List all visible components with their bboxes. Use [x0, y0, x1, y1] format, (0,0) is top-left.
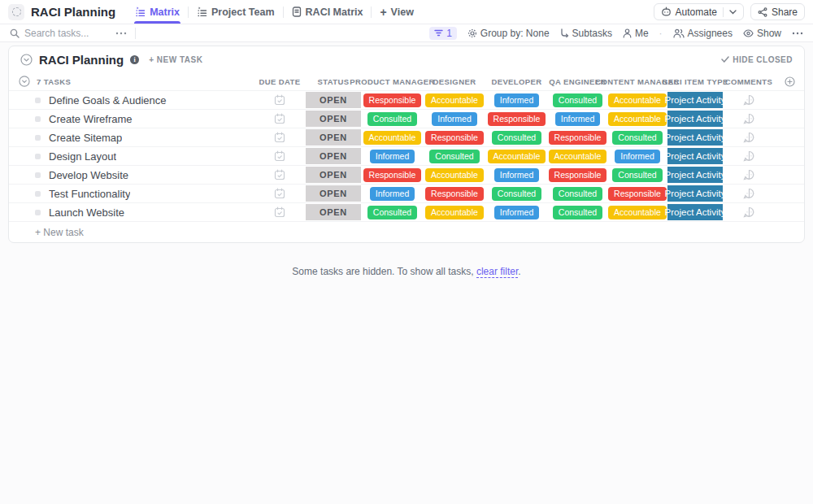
raci-badge[interactable]: Consulted [367, 112, 417, 126]
designer-cell[interactable]: Consulted [424, 147, 485, 165]
content-manager-cell[interactable]: Accountable [607, 110, 667, 128]
raci-badge[interactable]: Informed [370, 187, 415, 201]
raci-item-type-cell[interactable]: Project Activity [667, 185, 723, 202]
task-cell[interactable]: Create Wireframe [9, 110, 254, 128]
collapse-chevron-icon[interactable] [19, 76, 30, 87]
comments-cell[interactable] [723, 128, 775, 146]
table-row[interactable]: Design Layout OPEN Informed Consulted Ac… [9, 146, 804, 165]
task-cell[interactable]: Test Functionality [9, 185, 254, 202]
status-cell[interactable]: OPEN [306, 203, 361, 221]
product-manager-cell[interactable]: Responsible [361, 166, 424, 184]
designer-cell[interactable]: Responsible [424, 128, 485, 146]
column-header-developer[interactable]: DEVELOPER [485, 72, 548, 90]
collapse-chevron-icon[interactable] [20, 54, 33, 66]
product-manager-cell[interactable]: Accountable [361, 128, 424, 146]
task-status-square-icon[interactable] [35, 172, 41, 178]
due-date-cell[interactable] [254, 110, 306, 128]
task-status-square-icon[interactable] [35, 210, 41, 215]
raci-item-type-cell[interactable]: Project Activity [667, 110, 723, 128]
qa-engineer-cell[interactable]: Consulted [548, 185, 607, 202]
add-column-button[interactable] [775, 72, 804, 90]
qa-engineer-cell[interactable]: Responsible [548, 128, 607, 146]
raci-item-type-cell[interactable]: Project Activity [667, 166, 723, 184]
qa-engineer-cell[interactable]: Consulted [548, 203, 607, 221]
content-manager-cell[interactable]: Accountable [607, 203, 667, 221]
automate-button[interactable]: Automate [654, 3, 744, 20]
raci-badge[interactable]: Consulted [553, 93, 602, 107]
qa-engineer-cell[interactable]: Informed [548, 110, 607, 128]
show-button[interactable]: Show [743, 28, 781, 39]
column-header-raci-item-type[interactable]: RACI ITEM TYPE [667, 72, 723, 90]
search-input[interactable] [24, 28, 98, 39]
task-name[interactable]: Create Wireframe [49, 113, 133, 125]
raci-badge[interactable]: Informed [494, 206, 539, 219]
raci-item-type-cell[interactable]: Project Activity [667, 128, 723, 146]
new-task-button[interactable]: + NEW TASK [149, 55, 202, 64]
tab-matrix[interactable]: Matrix [127, 0, 188, 24]
content-manager-cell[interactable]: Consulted [607, 166, 667, 184]
raci-item-type-cell[interactable]: Project Activity [667, 203, 723, 221]
raci-badge[interactable]: Consulted [612, 131, 662, 145]
task-name[interactable]: Create Sitemap [49, 132, 122, 144]
share-button[interactable]: Share [750, 3, 805, 20]
add-task-row[interactable]: + New task [9, 221, 804, 242]
comments-cell[interactable] [723, 185, 775, 202]
content-manager-cell[interactable]: Accountable [607, 91, 667, 109]
status-cell[interactable]: OPEN [306, 128, 361, 146]
column-header-product-manager[interactable]: PRODUCT MANAGER [361, 72, 424, 90]
subtasks-button[interactable]: Subtasks [560, 28, 612, 39]
raci-badge[interactable]: Accountable [608, 206, 667, 219]
raci-badge[interactable]: Accountable [549, 150, 607, 163]
raci-badge[interactable]: Accountable [363, 131, 422, 145]
raci-badge[interactable]: Consulted [367, 206, 417, 219]
raci-badge[interactable]: Responsible [425, 187, 484, 201]
raci-badge[interactable]: Responsible [363, 93, 422, 107]
task-status-square-icon[interactable] [35, 135, 41, 141]
task-cell[interactable]: Design Layout [9, 147, 254, 165]
designer-cell[interactable]: Informed [424, 110, 485, 128]
comments-cell[interactable] [723, 203, 775, 221]
comment-bubble-icon[interactable] [743, 132, 755, 143]
column-header-designer[interactable]: DESIGNER [424, 72, 485, 90]
search-box[interactable] [10, 28, 107, 39]
developer-cell[interactable]: Accountable [485, 147, 548, 165]
raci-badge[interactable]: Responsible [608, 187, 667, 201]
table-row[interactable]: Create Sitemap OPEN Accountable Responsi… [9, 128, 804, 146]
raci-badge[interactable]: Responsible [549, 168, 607, 182]
raci-item-type-cell[interactable]: Project Activity [667, 147, 723, 165]
due-date-cell[interactable] [254, 203, 306, 221]
designer-cell[interactable]: Responsible [424, 185, 485, 202]
developer-cell[interactable]: Consulted [485, 185, 548, 202]
raci-badge[interactable]: Responsible [363, 168, 422, 182]
raci-badge[interactable]: Informed [494, 93, 539, 107]
add-view-button[interactable]: + View [372, 0, 421, 24]
comment-bubble-icon[interactable] [743, 113, 755, 124]
task-status-square-icon[interactable] [35, 98, 41, 103]
tab-raci-matrix[interactable]: RACI Matrix [284, 0, 372, 24]
product-manager-cell[interactable]: Consulted [361, 203, 424, 221]
task-status-square-icon[interactable] [35, 116, 41, 122]
designer-cell[interactable]: Accountable [424, 203, 485, 221]
raci-badge[interactable]: Consulted [553, 206, 602, 219]
qa-engineer-cell[interactable]: Accountable [548, 147, 607, 165]
status-cell[interactable]: OPEN [306, 185, 361, 202]
status-cell[interactable]: OPEN [306, 147, 361, 165]
comment-bubble-icon[interactable] [743, 94, 755, 106]
column-header-comments[interactable]: COMMENTS [723, 72, 775, 90]
raci-badge[interactable]: Consulted [612, 168, 662, 182]
comment-bubble-icon[interactable] [743, 206, 755, 218]
raci-badge[interactable]: Responsible [425, 131, 484, 145]
hide-closed-button[interactable]: HIDE CLOSED [721, 55, 793, 64]
comment-bubble-icon[interactable] [743, 188, 755, 199]
content-manager-cell[interactable]: Consulted [607, 128, 667, 146]
tab-project-team[interactable]: Project Team [189, 0, 283, 24]
content-manager-cell[interactable]: Responsible [607, 185, 667, 202]
raci-badge[interactable]: Accountable [425, 206, 484, 219]
assignees-button[interactable]: Assignees [673, 28, 733, 39]
developer-cell[interactable]: Informed [485, 166, 548, 184]
raci-badge[interactable]: Informed [370, 150, 415, 163]
status-cell[interactable]: OPEN [306, 91, 361, 109]
raci-badge[interactable]: Accountable [488, 150, 546, 163]
comments-cell[interactable] [723, 110, 775, 128]
content-manager-cell[interactable]: Informed [607, 147, 667, 165]
